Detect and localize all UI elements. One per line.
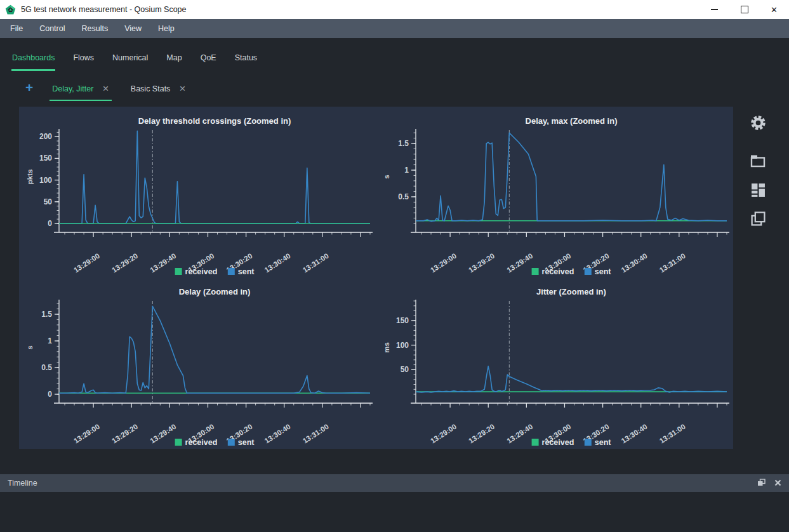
y-tick-label: 1: [48, 336, 52, 345]
x-tick-label: 13:29:00: [429, 423, 458, 445]
qosium-logo-icon: [5, 4, 16, 15]
y-axis-label: ms: [383, 342, 390, 353]
tab-qoe[interactable]: QoE: [200, 53, 217, 71]
dashboard-tab-bar: +Delay, Jitter✕Basic Stats✕: [25, 84, 189, 101]
chart-canvas[interactable]: Jitter (Zoomed in)ms5010015013:29:0013:2…: [379, 284, 733, 449]
settings-gear-icon[interactable]: [750, 114, 766, 131]
x-tick-label: 13:29:20: [467, 252, 496, 274]
chart-canvas[interactable]: Delay threshold crossings (Zoomed in)pkt…: [22, 113, 376, 278]
tab-flows[interactable]: Flows: [72, 53, 95, 71]
dashboard-panel: Delay threshold crossings (Zoomed in)pkt…: [19, 107, 733, 449]
y-tick-label: 1.5: [41, 310, 52, 319]
dashboard-tab-basic-stats[interactable]: Basic Stats✕: [128, 84, 189, 101]
menu-item-help[interactable]: Help: [150, 20, 183, 37]
y-tick-label: 150: [396, 316, 409, 325]
y-axis-label: pkts: [26, 170, 34, 185]
add-dashboard-button[interactable]: +: [25, 83, 33, 93]
chart-title: Delay, max (Zoomed in): [526, 116, 618, 126]
window-title: 5G test network measurement - Qosium Sco…: [21, 5, 187, 14]
x-tick-label: 13:29:00: [429, 252, 458, 274]
y-tick-label: 50: [44, 197, 53, 206]
chart-delay-threshold-crossings-zoomed-in[interactable]: Delay threshold crossings (Zoomed in)pkt…: [22, 113, 376, 278]
dashboard-tab-delay-jitter[interactable]: Delay, Jitter✕: [50, 84, 112, 101]
chart-canvas[interactable]: Delay, max (Zoomed in)s0.511.513:29:0013…: [379, 113, 733, 278]
duplicate-view-icon[interactable]: [750, 210, 766, 227]
float-panel-icon[interactable]: [757, 477, 766, 489]
chart-delay-max-zoomed-in[interactable]: Delay, max (Zoomed in)s0.511.513:29:0013…: [379, 113, 733, 278]
legend-label: received: [542, 267, 574, 276]
maximize-icon: [741, 6, 748, 13]
close-tab-icon[interactable]: ✕: [102, 84, 109, 93]
legend-label: sent: [595, 438, 612, 447]
dashboard-tab-label: Delay, Jitter: [52, 84, 93, 93]
y-tick-label: 100: [396, 341, 409, 350]
title-bar: 5G test network measurement - Qosium Sco…: [0, 0, 789, 19]
chart-title: Delay threshold crossings (Zoomed in): [138, 116, 291, 126]
series-sent: [59, 306, 370, 393]
minimize-button[interactable]: [699, 0, 729, 19]
x-tick-label: 13:29:20: [467, 423, 496, 445]
x-tick-label: 13:29:00: [72, 252, 101, 274]
menu-item-view[interactable]: View: [116, 20, 150, 37]
x-tick-label: 13:30:40: [263, 252, 292, 274]
chart-title: Jitter (Zoomed in): [536, 287, 606, 296]
tab-dashboards[interactable]: Dashboards: [11, 53, 55, 71]
legend-swatch-sent: [228, 439, 235, 446]
y-axis-label: s: [383, 175, 390, 178]
y-tick-label: 1.5: [398, 139, 409, 148]
floating-window-icon[interactable]: [750, 152, 766, 169]
series-sent: [59, 131, 370, 223]
menu-item-control[interactable]: Control: [31, 20, 73, 37]
legend-swatch-received: [175, 268, 182, 275]
legend-label: received: [185, 267, 218, 276]
menu-item-results[interactable]: Results: [73, 20, 116, 37]
x-tick-label: 13:29:20: [110, 252, 139, 274]
x-tick-label: 13:30:40: [620, 252, 649, 274]
main-tab-bar: DashboardsFlowsNumericalMapQoEStatus: [11, 53, 258, 71]
tab-numerical[interactable]: Numerical: [112, 53, 149, 71]
minimize-icon: [711, 9, 718, 10]
dashboard-tab-label: Basic Stats: [131, 84, 171, 93]
y-tick-label: 0: [48, 390, 52, 399]
x-tick-label: 13:29:00: [72, 423, 101, 445]
chart-canvas[interactable]: Delay (Zoomed in)s00.511.513:29:0013:29:…: [22, 284, 376, 449]
legend-swatch-sent: [228, 268, 235, 275]
x-tick-label: 13:29:20: [110, 423, 139, 445]
x-tick-label: 13:31:00: [658, 252, 687, 274]
legend-swatch-sent: [585, 268, 592, 275]
series-sent: [416, 366, 727, 392]
legend-label: sent: [595, 267, 612, 276]
close-button[interactable]: ✕: [759, 0, 789, 19]
window-controls: ✕: [699, 0, 789, 19]
timeline-body: 6.6.2023 13:29:30.927 6.6.2023 13:23:10 …: [0, 492, 789, 532]
tab-status[interactable]: Status: [234, 53, 258, 71]
y-tick-label: 0.5: [398, 192, 409, 201]
menu-bar: FileControlResultsViewHelp: [0, 19, 789, 38]
chart-delay-zoomed-in[interactable]: Delay (Zoomed in)s00.511.513:29:0013:29:…: [22, 284, 376, 449]
x-tick-label: 13:30:40: [263, 423, 292, 445]
close-tab-icon[interactable]: ✕: [179, 84, 185, 93]
legend-swatch-received: [532, 268, 539, 275]
tab-map[interactable]: Map: [166, 53, 182, 71]
y-tick-label: 1: [404, 166, 409, 175]
x-tick-label: 13:31:00: [302, 423, 330, 445]
y-axis-label: s: [26, 345, 34, 349]
maximize-button[interactable]: [729, 0, 759, 19]
chart-title: Delay (Zoomed in): [179, 287, 251, 296]
legend-label: received: [542, 438, 574, 447]
menu-item-file[interactable]: File: [2, 20, 31, 37]
y-tick-label: 50: [401, 365, 409, 374]
close-panel-icon[interactable]: [774, 477, 781, 489]
dashboard-layout-icon[interactable]: [750, 182, 766, 198]
y-tick-label: 0.5: [41, 363, 52, 372]
x-tick-label: 13:29:40: [149, 423, 177, 445]
legend-label: sent: [238, 267, 255, 276]
x-tick-label: 13:30:40: [620, 423, 649, 445]
timeline-title: Timeline: [8, 479, 37, 488]
timeline-header: Timeline: [0, 474, 789, 492]
x-tick-label: 13:29:40: [149, 252, 177, 274]
x-tick-label: 13:29:40: [505, 252, 534, 274]
legend-label: received: [185, 438, 218, 447]
chart-jitter-zoomed-in[interactable]: Jitter (Zoomed in)ms5010015013:29:0013:2…: [379, 284, 733, 449]
y-tick-label: 0: [48, 219, 52, 228]
